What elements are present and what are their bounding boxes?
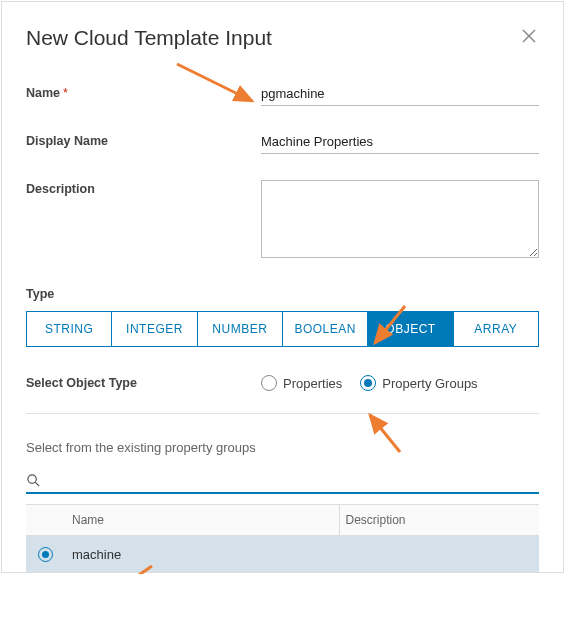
property-groups-search[interactable]	[26, 471, 539, 494]
table-row[interactable]: machine	[26, 536, 539, 573]
dialog-title: New Cloud Template Input	[26, 26, 272, 50]
object-type-row: Select Object Type PropertiesProperty Gr…	[26, 375, 539, 391]
display-name-label: Display Name	[26, 132, 261, 148]
row-name-cell: machine	[66, 536, 339, 573]
row-radio-icon[interactable]	[38, 547, 53, 562]
object-type-radio-group: PropertiesProperty Groups	[261, 375, 539, 391]
type-option-number[interactable]: NUMBER	[198, 312, 283, 346]
table-header-row: Name Description	[26, 505, 539, 536]
svg-point-2	[28, 475, 36, 483]
type-segmented-control: STRINGINTEGERNUMBERBOOLEANOBJECTARRAY	[26, 311, 539, 347]
name-input[interactable]	[261, 84, 539, 106]
type-option-object[interactable]: OBJECT	[368, 312, 453, 346]
name-label: Name*	[26, 84, 261, 100]
table-header-name[interactable]: Name	[66, 505, 339, 536]
property-groups-table: Name Description machine	[26, 504, 539, 572]
name-label-text: Name	[26, 86, 60, 100]
property-groups-search-input[interactable]	[41, 471, 539, 490]
type-option-string[interactable]: STRING	[27, 312, 112, 346]
radio-icon	[261, 375, 277, 391]
table-header-description[interactable]: Description	[339, 505, 539, 536]
display-name-row: Display Name	[26, 132, 539, 154]
radio-icon	[360, 375, 376, 391]
property-groups-section-label: Select from the existing property groups	[26, 440, 539, 455]
name-row: Name*	[26, 84, 539, 106]
description-textarea[interactable]	[261, 180, 539, 258]
required-indicator: *	[63, 86, 68, 100]
svg-line-3	[35, 482, 39, 486]
type-option-boolean[interactable]: BOOLEAN	[283, 312, 368, 346]
close-button[interactable]	[519, 26, 539, 49]
divider	[26, 413, 539, 414]
radio-label: Property Groups	[382, 376, 477, 391]
object-type-option-properties[interactable]: Properties	[261, 375, 342, 391]
object-type-label: Select Object Type	[26, 376, 261, 390]
search-icon	[26, 473, 41, 488]
description-label: Description	[26, 180, 261, 196]
close-icon	[521, 28, 537, 44]
dialog-header: New Cloud Template Input	[26, 26, 539, 50]
radio-label: Properties	[283, 376, 342, 391]
table-header-select	[26, 505, 66, 536]
type-option-integer[interactable]: INTEGER	[112, 312, 197, 346]
object-type-option-property-groups[interactable]: Property Groups	[360, 375, 477, 391]
new-cloud-template-input-dialog: New Cloud Template Input Name* Display N…	[1, 1, 564, 573]
description-row: Description	[26, 180, 539, 261]
row-description-cell	[339, 536, 539, 573]
type-option-array[interactable]: ARRAY	[454, 312, 538, 346]
display-name-input[interactable]	[261, 132, 539, 154]
type-label: Type	[26, 287, 539, 301]
type-section: Type STRINGINTEGERNUMBERBOOLEANOBJECTARR…	[26, 287, 539, 347]
